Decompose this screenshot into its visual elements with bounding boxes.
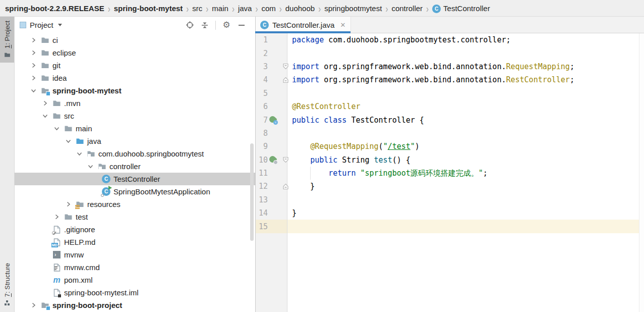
chevron-expanded-icon[interactable] xyxy=(87,163,94,170)
spring-mapping-icon[interactable] xyxy=(268,156,278,164)
code-token: " xyxy=(383,142,388,151)
tree-item-eclipse[interactable]: eclipse xyxy=(15,46,255,59)
tree-item-git[interactable]: git xyxy=(15,59,255,72)
close-icon[interactable]: ✕ xyxy=(340,22,345,28)
code-text[interactable]: } xyxy=(287,206,644,220)
breadcrumb-item[interactable]: CTestController xyxy=(432,4,490,13)
code-text[interactable] xyxy=(287,46,644,60)
code-line-2[interactable]: 2 xyxy=(256,46,644,60)
tree-item-resources[interactable]: resources xyxy=(15,198,255,211)
tree-item-mvnw-cmd[interactable]: mvnw.cmd xyxy=(15,261,255,274)
tree-item-spring-boot-project[interactable]: spring-boot-project xyxy=(15,299,255,311)
code-text[interactable] xyxy=(287,127,644,140)
code-token: public xyxy=(292,116,319,125)
code-text[interactable]: public String test() { xyxy=(287,153,644,167)
tree-item-spring-boot-mytest[interactable]: spring-boot-mytest xyxy=(15,84,255,97)
code-line-13[interactable]: 13 xyxy=(256,193,644,206)
breadcrumb-item[interactable]: spring-boot-2.2.9.RELEASE xyxy=(5,4,104,13)
tree-item-testcontroller[interactable]: CTestController xyxy=(15,173,255,185)
chevron-collapsed-icon[interactable] xyxy=(30,49,37,57)
chevron-expanded-icon[interactable] xyxy=(30,87,37,94)
code-line-6[interactable]: 6@RestController xyxy=(256,100,644,113)
tree-item-spring-boot-mytest-iml[interactable]: spring-boot-mytest.iml xyxy=(15,286,255,299)
code-text[interactable]: public class TestController { xyxy=(287,113,644,126)
code-line-11[interactable]: 11 return "springboot源码环境搭建完成。"; xyxy=(256,167,644,180)
tree-item-pom-xml[interactable]: mpom.xml xyxy=(15,274,255,286)
hide-icon[interactable] xyxy=(237,21,246,30)
code-line-10[interactable]: 10 public String test() { xyxy=(256,153,644,167)
code-line-12[interactable]: 12 } xyxy=(256,180,644,193)
code-text[interactable]: } xyxy=(287,180,644,193)
line-number: 4 xyxy=(256,75,268,84)
code-text[interactable]: @RequestMapping("/test") xyxy=(287,140,644,153)
tree-item-idea[interactable]: idea xyxy=(15,72,255,84)
code-text[interactable]: return "springboot源码环境搭建完成。"; xyxy=(287,167,644,180)
tree-item-help-md[interactable]: MDHELP.md xyxy=(15,236,255,248)
chevron-expanded-icon[interactable] xyxy=(53,125,61,132)
tree-item--gitignore[interactable]: .gitignore xyxy=(15,223,255,236)
code-token: org.springframework.web.bind.annotation. xyxy=(319,62,506,71)
breadcrumb-item[interactable]: java xyxy=(238,4,252,13)
chevron-collapsed-icon[interactable] xyxy=(65,200,72,208)
chevron-collapsed-icon[interactable] xyxy=(41,99,49,107)
breadcrumb-item[interactable]: springbootmytest xyxy=(324,4,382,13)
tool-button-project[interactable]: 1: Project xyxy=(0,17,14,63)
code-text[interactable] xyxy=(287,193,644,206)
code-editor[interactable]: 1package com.duohoob.springbootmytest.co… xyxy=(256,33,644,312)
code-line-7[interactable]: 7cpublic class TestController { xyxy=(256,113,644,126)
locate-icon[interactable] xyxy=(185,21,194,30)
chevron-collapsed-icon[interactable] xyxy=(53,213,61,221)
tree-item--mvn[interactable]: .mvn xyxy=(15,97,255,110)
tree-item-ci[interactable]: ci xyxy=(15,34,255,46)
chevron-expanded-icon[interactable] xyxy=(41,112,49,120)
breadcrumb-item[interactable]: main xyxy=(212,4,228,13)
code-token: ; xyxy=(570,62,574,71)
breadcrumb-item[interactable]: src xyxy=(192,4,202,13)
code-line-15[interactable]: 15 xyxy=(256,220,644,233)
breadcrumb-item[interactable]: controller xyxy=(391,4,423,13)
tree-item-main[interactable]: main xyxy=(15,122,255,135)
tree-item-mvnw[interactable]: ›mvnw xyxy=(15,248,255,261)
tree-item-controller[interactable]: controller xyxy=(15,160,255,173)
breadcrumb-separator: › xyxy=(232,3,235,14)
code-text[interactable]: @RestController xyxy=(287,100,644,113)
code-line-3[interactable]: 3import org.springframework.web.bind.ann… xyxy=(256,60,644,73)
code-line-14[interactable]: 14} xyxy=(256,206,644,220)
code-text[interactable]: import org.springframework.web.bind.anno… xyxy=(287,73,644,86)
collapse-all-icon[interactable] xyxy=(200,21,209,30)
code-text[interactable]: import org.springframework.web.bind.anno… xyxy=(287,60,644,73)
tree-scrollbar[interactable] xyxy=(250,143,254,241)
code-line-8[interactable]: 8 xyxy=(256,127,644,140)
chevron-expanded-icon[interactable] xyxy=(76,150,83,158)
tab-testcontroller-java[interactable]: C TestController.java ✕ xyxy=(256,17,351,33)
tree-item-test[interactable]: test xyxy=(15,211,255,223)
breadcrumb-item[interactable]: com xyxy=(261,4,275,13)
chevron-collapsed-icon[interactable] xyxy=(30,62,37,69)
code-line-5[interactable]: 5 xyxy=(256,87,644,100)
code-text[interactable]: package com.duohoob.springbootmytest.con… xyxy=(287,33,644,46)
code-text[interactable] xyxy=(287,220,644,233)
chevron-collapsed-icon[interactable] xyxy=(30,301,37,309)
code-line-1[interactable]: 1package com.duohoob.springbootmytest.co… xyxy=(256,33,644,46)
tree-item-springbootmytestapplication[interactable]: CSpringBootMytestApplication xyxy=(15,185,255,198)
line-number: 10 xyxy=(256,155,268,165)
breadcrumb-item[interactable]: spring-boot-mytest xyxy=(114,4,183,13)
code-line-4[interactable]: 4import org.springframework.web.bind.ann… xyxy=(256,73,644,86)
breadcrumb-label: main xyxy=(212,4,228,13)
chevron-collapsed-icon[interactable] xyxy=(30,36,37,44)
editor-scrollbar[interactable] xyxy=(639,33,644,312)
tool-button-structure[interactable]: 7: Structure xyxy=(0,259,14,311)
project-view-selector[interactable]: Project xyxy=(20,21,62,29)
settings-icon[interactable]: ⚙ xyxy=(222,21,231,30)
code-text[interactable] xyxy=(287,87,644,100)
gutter: 8 xyxy=(256,127,287,140)
tree-item-label: idea xyxy=(52,74,67,82)
chevron-collapsed-icon[interactable] xyxy=(30,74,37,82)
tree-item-src[interactable]: src xyxy=(15,110,255,122)
tree-item-com-duohoob-springbootmytest[interactable]: com.duohoob.springbootmytest xyxy=(15,147,255,160)
code-line-9[interactable]: 9 @RequestMapping("/test") xyxy=(256,140,644,153)
chevron-expanded-icon[interactable] xyxy=(65,137,72,145)
tree-item-java[interactable]: java xyxy=(15,135,255,147)
spring-class-icon[interactable]: c xyxy=(268,116,278,124)
breadcrumb-item[interactable]: duohoob xyxy=(285,4,315,13)
